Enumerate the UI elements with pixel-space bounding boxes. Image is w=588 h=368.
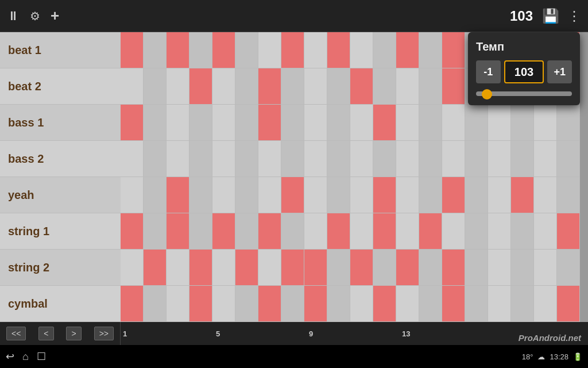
grid-cell[interactable] (167, 177, 189, 213)
grid-cell[interactable] (373, 250, 396, 285)
grid-cell[interactable] (121, 32, 144, 68)
grid-cell[interactable] (373, 177, 396, 213)
grid-cell[interactable] (189, 177, 212, 213)
grid-cell[interactable] (235, 286, 258, 321)
mixer-button[interactable]: ⚙ (30, 9, 40, 23)
grid-cell[interactable] (212, 141, 235, 177)
grid-cell[interactable] (534, 177, 557, 213)
grid-cell[interactable] (442, 177, 465, 213)
grid-cell[interactable] (350, 32, 373, 68)
grid-cell[interactable] (488, 213, 511, 249)
grid-cell[interactable] (281, 68, 304, 104)
grid-cell[interactable] (396, 68, 419, 104)
grid-cell[interactable] (144, 32, 167, 68)
grid-cell[interactable] (488, 250, 511, 285)
grid-cell[interactable] (488, 105, 511, 140)
grid-cell[interactable] (396, 177, 419, 213)
grid-cell[interactable] (235, 105, 258, 140)
recent-button[interactable]: ☐ (37, 350, 46, 363)
grid-cell[interactable] (212, 250, 235, 285)
grid-cell[interactable] (304, 68, 327, 104)
grid-cell[interactable] (373, 105, 396, 140)
grid-cell[interactable] (465, 141, 488, 177)
add-button[interactable]: + (51, 7, 59, 25)
grid-cell[interactable] (350, 286, 373, 321)
grid-cell[interactable] (235, 32, 258, 68)
grid-cell[interactable] (350, 213, 373, 249)
grid-cell[interactable] (212, 68, 235, 104)
grid-cell[interactable] (304, 286, 327, 321)
grid-cell[interactable] (258, 177, 281, 213)
grid-cell[interactable] (281, 250, 304, 285)
grid-cell[interactable] (511, 105, 534, 140)
grid-cell[interactable] (258, 105, 281, 140)
grid-cell[interactable] (442, 105, 465, 140)
grid-cell[interactable] (212, 213, 235, 249)
grid-cell[interactable] (419, 32, 442, 68)
forward-button[interactable]: > (66, 327, 81, 340)
tempo-plus-button[interactable]: +1 (547, 60, 572, 83)
grid-cell[interactable] (511, 250, 534, 285)
grid-cell[interactable] (373, 286, 396, 321)
grid-cell[interactable] (442, 213, 465, 249)
grid-cell[interactable] (327, 177, 350, 213)
grid-cell[interactable] (373, 213, 396, 249)
grid-cell[interactable] (144, 105, 167, 140)
grid-cell[interactable] (235, 213, 258, 249)
grid-cell[interactable] (304, 250, 327, 285)
grid-cell[interactable] (281, 32, 304, 68)
grid-cell[interactable] (304, 141, 327, 177)
grid-cell[interactable] (557, 286, 580, 321)
grid-cell[interactable] (167, 141, 189, 177)
grid-cell[interactable] (327, 32, 350, 68)
grid-cell[interactable] (465, 177, 488, 213)
grid-cell[interactable] (419, 286, 442, 321)
grid-cell[interactable] (189, 68, 212, 104)
grid-cell[interactable] (534, 141, 557, 177)
grid-cell[interactable] (350, 250, 373, 285)
grid-cell[interactable] (557, 141, 580, 177)
grid-cell[interactable] (258, 32, 281, 68)
save-button[interactable]: 💾 (542, 8, 559, 24)
grid-cell[interactable] (373, 141, 396, 177)
grid-cell[interactable] (258, 213, 281, 249)
grid-cell[interactable] (281, 105, 304, 140)
grid-cell[interactable] (144, 141, 167, 177)
grid-cell[interactable] (212, 105, 235, 140)
grid-cell[interactable] (488, 286, 511, 321)
grid-cell[interactable] (396, 32, 419, 68)
grid-cell[interactable] (419, 177, 442, 213)
grid-cell[interactable] (144, 177, 167, 213)
grid-cell[interactable] (144, 286, 167, 321)
grid-cell[interactable] (258, 286, 281, 321)
grid-cell[interactable] (350, 105, 373, 140)
grid-cell[interactable] (557, 177, 580, 213)
grid-cell[interactable] (189, 32, 212, 68)
grid-cell[interactable] (121, 141, 144, 177)
grid-cell[interactable] (167, 213, 189, 249)
grid-cell[interactable] (212, 286, 235, 321)
grid-cell[interactable] (488, 177, 511, 213)
grid-cell[interactable] (419, 141, 442, 177)
more-button[interactable]: ⋮ (567, 8, 581, 24)
grid-cell[interactable] (442, 68, 465, 104)
grid-cell[interactable] (511, 141, 534, 177)
grid-cell[interactable] (121, 213, 144, 249)
grid-cell[interactable] (396, 105, 419, 140)
grid-cell[interactable] (534, 250, 557, 285)
back-button[interactable]: ↩ (6, 350, 14, 363)
grid-cell[interactable] (419, 68, 442, 104)
grid-cell[interactable] (511, 213, 534, 249)
grid-cell[interactable] (350, 68, 373, 104)
grid-cell[interactable] (167, 32, 189, 68)
grid-cell[interactable] (557, 213, 580, 249)
grid-cell[interactable] (212, 32, 235, 68)
grid-cell[interactable] (419, 105, 442, 140)
grid-cell[interactable] (189, 286, 212, 321)
grid-cell[interactable] (442, 32, 465, 68)
forward-all-button[interactable]: >> (94, 327, 114, 340)
grid-cell[interactable] (167, 286, 189, 321)
grid-cell[interactable] (327, 286, 350, 321)
grid-cell[interactable] (396, 213, 419, 249)
grid-cell[interactable] (511, 177, 534, 213)
